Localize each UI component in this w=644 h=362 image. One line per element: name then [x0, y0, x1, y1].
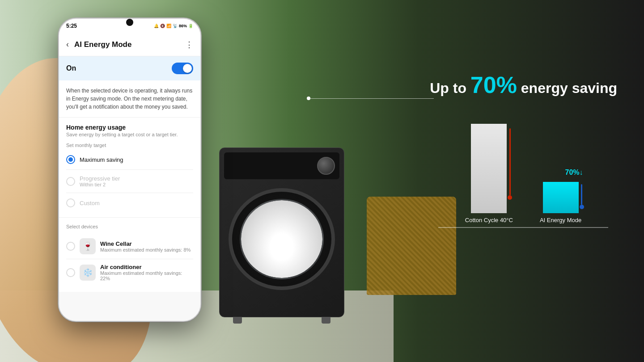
select-devices-label: Select devices — [66, 224, 193, 229]
description-text: When the selected device is operating, i… — [66, 88, 192, 110]
signal-icon: 📶 — [166, 24, 171, 28]
camera-notch — [126, 19, 133, 26]
chart-area: Up to 70% energy saving Cotton Cycle 40°… — [429, 72, 617, 250]
toggle-section: On — [59, 56, 200, 80]
ai-percent-badge: 70%↓ — [565, 168, 583, 177]
radio-custom-circle — [66, 198, 75, 207]
phone-wrapper: 5:25 🔔 🔇 📶 📡 86% 🔋 ‹ AI Energy Mode ⋮ — [58, 18, 201, 322]
connecting-line — [309, 98, 434, 99]
radio-max-saving-label: Maximum saving — [80, 156, 123, 163]
device-wine-cellar[interactable]: 🍷 Wine Cellar Maximum estimated monthly … — [66, 234, 193, 259]
energy-suffix: energy saving — [521, 80, 617, 96]
home-energy-section: Home energy usage Save energy by setting… — [59, 118, 200, 218]
notification-icon: 🔔 — [154, 24, 159, 28]
energy-percent: 70% — [470, 72, 517, 98]
radio-max-saving[interactable]: Maximum saving — [66, 152, 193, 168]
scene-container: Up to 70% energy saving Cotton Cycle 40°… — [0, 0, 644, 362]
bar-cotton-label: Cotton Cycle 40°C — [465, 217, 513, 223]
air-conditioner-icon: ❄️ — [80, 265, 96, 281]
radio-custom-label: Custom — [80, 200, 100, 206]
app-header: ‹ AI Energy Mode ⋮ — [59, 33, 200, 56]
phone-frame: 5:25 🔔 🔇 📶 📡 86% 🔋 ‹ AI Energy Mode ⋮ — [58, 18, 201, 322]
set-target-label: Set monthly target — [66, 143, 193, 148]
wine-cellar-savings: Maximum estimated monthly savings: 8% — [100, 247, 193, 253]
battery-text: 86% — [179, 24, 187, 28]
energy-saving-headline: Up to 70% energy saving — [430, 72, 617, 98]
device-wine-radio — [66, 242, 75, 251]
toggle-label: On — [66, 64, 76, 72]
wifi-icon: 📡 — [173, 24, 178, 28]
radio-progressive[interactable]: Progressive tier Within tier 2 — [66, 172, 193, 191]
radio-progressive-subtext: Within tier 2 — [80, 182, 120, 187]
bar-ai-label: AI Energy Mode — [540, 217, 581, 223]
toggle-knob — [183, 64, 192, 73]
battery-icon: 🔋 — [188, 24, 193, 28]
air-conditioner-name: Air conditioner — [100, 264, 193, 270]
app-content: On When the selected device is operating… — [59, 56, 200, 321]
mute-icon: 🔇 — [160, 24, 165, 28]
description-section: When the selected device is operating, i… — [59, 80, 200, 118]
radio-custom[interactable]: Custom — [66, 195, 193, 211]
wine-cellar-icon: 🍷 — [80, 238, 96, 254]
device-ac-radio — [66, 268, 75, 277]
status-icons: 🔔 🔇 📶 📡 86% 🔋 — [154, 24, 193, 28]
radio-max-saving-circle — [66, 155, 75, 164]
home-energy-subtitle: Save energy by setting a target cost or … — [66, 132, 193, 137]
washing-machine — [219, 147, 344, 317]
home-energy-title: Home energy usage — [66, 124, 193, 131]
wine-cellar-name: Wine Cellar — [100, 240, 193, 247]
back-button[interactable]: ‹ — [66, 40, 69, 49]
bar-cotton: Cotton Cycle 40°C — [465, 124, 513, 223]
select-devices-section: Select devices 🍷 Wine Cellar Maximum est… — [59, 218, 200, 292]
air-conditioner-savings: Maximum estimated monthly savings: 22% — [100, 270, 193, 281]
device-air-conditioner[interactable]: ❄️ Air conditioner Maximum estimated mon… — [66, 259, 193, 286]
radio-progressive-label: Progressive tier — [80, 175, 120, 182]
header-title: AI Energy Mode — [74, 40, 180, 49]
status-time: 5:25 — [66, 23, 77, 29]
air-conditioner-info: Air conditioner Maximum estimated monthl… — [100, 264, 193, 281]
energy-prefix: Up to — [430, 80, 466, 96]
toggle-switch[interactable] — [172, 63, 193, 74]
bar-ai: 70%↓ AI Energy Mode — [540, 182, 581, 223]
radio-progressive-circle — [66, 177, 75, 186]
washer-knob — [317, 157, 335, 175]
wine-cellar-info: Wine Cellar Maximum estimated monthly sa… — [100, 240, 193, 253]
more-button[interactable]: ⋮ — [185, 40, 193, 50]
